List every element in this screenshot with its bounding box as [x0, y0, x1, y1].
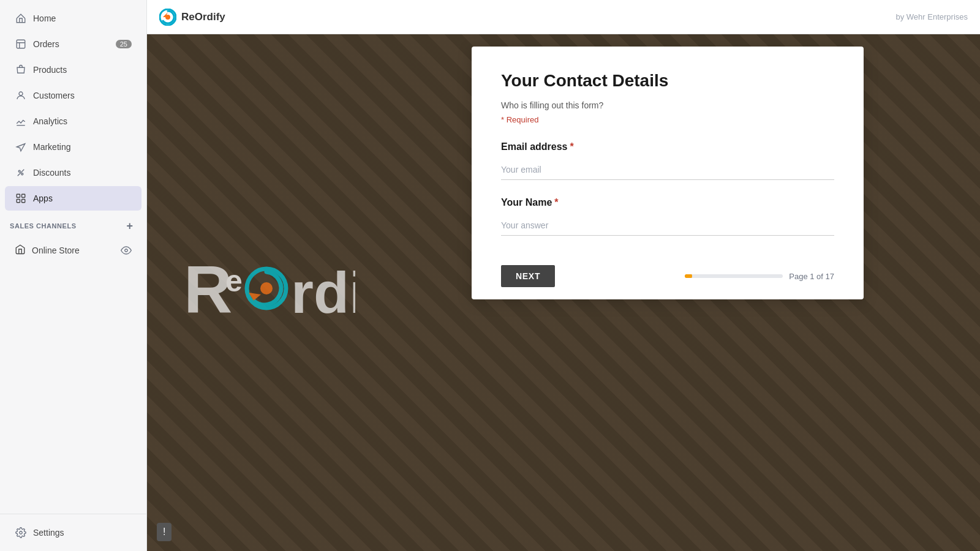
svg-rect-0: [17, 40, 25, 48]
online-store-eye-button[interactable]: [121, 245, 132, 256]
sidebar-item-discounts-label: Discounts: [33, 168, 70, 178]
sidebar-item-orders[interactable]: Orders 25: [5, 32, 141, 56]
email-input[interactable]: [501, 160, 834, 180]
svg-rect-4: [17, 194, 20, 197]
reordify-logo-icon: [159, 9, 176, 26]
discounts-icon: [15, 167, 27, 179]
marketing-icon: [15, 141, 27, 153]
topbar-logo: ReOrdify: [159, 9, 225, 26]
sidebar-item-products[interactable]: Products: [5, 58, 141, 82]
sidebar-item-online-store[interactable]: Online Store: [5, 238, 141, 263]
feedback-button[interactable]: !: [157, 523, 172, 541]
form-overlay: Your Contact Details Who is filling out …: [355, 34, 980, 551]
page-info: Page 1 of 17: [789, 272, 834, 281]
sidebar-item-customers[interactable]: Customers: [5, 83, 141, 108]
form-card: Your Contact Details Who is filling out …: [472, 47, 864, 299]
sidebar-bottom: Settings: [0, 514, 146, 551]
sidebar-item-orders-label: Orders: [33, 39, 59, 49]
svg-point-1: [19, 92, 23, 96]
orders-icon: [15, 38, 27, 50]
sidebar-item-marketing[interactable]: Marketing: [5, 135, 141, 159]
topbar-logo-text: ReOrdify: [181, 11, 225, 23]
form-subtitle: Who is filling out this form?: [501, 100, 834, 110]
progress-container: Page 1 of 17: [685, 272, 834, 281]
sidebar-item-products-label: Products: [33, 65, 67, 75]
products-icon: [15, 64, 27, 76]
svg-rect-7: [22, 200, 25, 203]
sidebar-item-customers-label: Customers: [33, 91, 75, 100]
sidebar-item-analytics-label: Analytics: [33, 116, 67, 126]
main-content: ReOrdify by Wehr Enterprises R e: [147, 0, 980, 551]
settings-icon: [15, 527, 27, 539]
svg-rect-5: [22, 194, 25, 197]
name-input[interactable]: [501, 216, 834, 236]
next-button[interactable]: NEXT: [501, 265, 555, 287]
sidebar-item-analytics[interactable]: Analytics: [5, 109, 141, 133]
form-title: Your Contact Details: [501, 71, 834, 91]
home-icon: [15, 12, 27, 24]
sidebar-navigation: Home Orders 25 Products Customers: [0, 0, 146, 514]
sidebar-item-marketing-label: Marketing: [33, 142, 70, 152]
svg-rect-6: [17, 200, 20, 203]
email-label: Email address *: [501, 141, 834, 152]
watermark-svg: R e rdify: [184, 255, 355, 328]
svg-point-17: [260, 282, 273, 294]
svg-point-12: [165, 15, 170, 20]
svg-point-10: [20, 531, 23, 534]
sidebar-item-settings[interactable]: Settings: [5, 520, 141, 545]
progress-bar: [685, 274, 783, 278]
analytics-icon: [15, 115, 27, 127]
topbar: ReOrdify by Wehr Enterprises: [147, 0, 980, 34]
sidebar: Home Orders 25 Products Customers: [0, 0, 147, 551]
form-footer: NEXT Page 1 of 17: [501, 253, 834, 299]
add-sales-channel-button[interactable]: +: [123, 219, 137, 233]
feedback-icon: !: [163, 527, 165, 537]
form-required-label: * Required: [501, 115, 834, 124]
topbar-brand-text: by Wehr Enterprises: [895, 12, 968, 21]
sidebar-item-home[interactable]: Home: [5, 6, 141, 31]
svg-text:rdify: rdify: [291, 260, 355, 325]
name-label: Your Name *: [501, 197, 834, 208]
orders-badge: 25: [116, 40, 132, 48]
svg-point-9: [125, 249, 128, 252]
sidebar-item-apps[interactable]: Apps: [5, 186, 141, 211]
sales-channels-label: SALES CHANNELS: [10, 222, 77, 230]
name-required-star: *: [554, 197, 558, 208]
name-field-group: Your Name *: [501, 197, 834, 236]
sales-channels-header: SALES CHANNELS +: [0, 212, 146, 236]
sidebar-item-home-label: Home: [33, 13, 56, 23]
sidebar-item-discounts[interactable]: Discounts: [5, 160, 141, 185]
background-area: R e rdify Checklis: [147, 34, 980, 551]
watermark-logo: R e rdify: [184, 255, 355, 331]
sidebar-item-settings-label: Settings: [33, 528, 64, 538]
customers-icon: [15, 89, 27, 102]
email-field-group: Email address *: [501, 141, 834, 180]
email-required-star: *: [570, 141, 574, 152]
sidebar-item-apps-label: Apps: [33, 193, 53, 203]
online-store-label: Online Store: [32, 246, 80, 255]
progress-dot: [685, 274, 692, 278]
svg-point-2: [18, 170, 20, 172]
online-store-icon: [15, 244, 26, 257]
svg-point-3: [21, 173, 23, 175]
apps-icon: [15, 192, 27, 204]
svg-text:e: e: [225, 264, 243, 298]
